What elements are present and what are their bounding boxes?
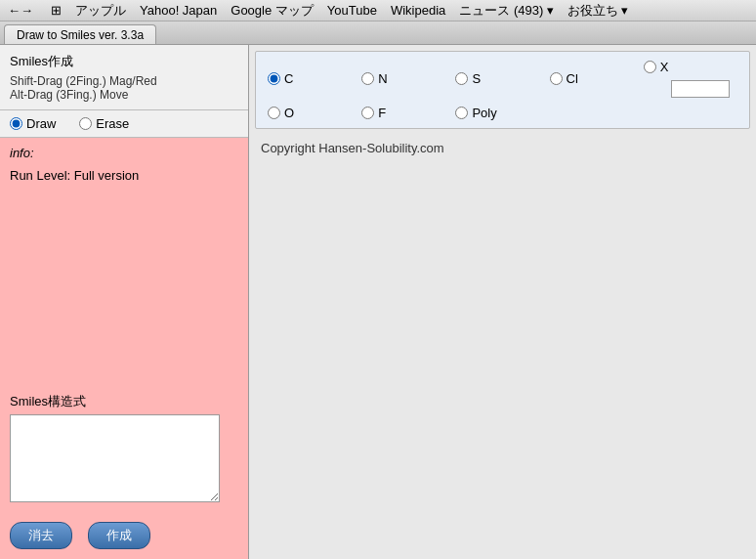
- instruction-line-2: Alt-Drag (3Fing.) Move: [10, 88, 238, 102]
- element-poly-radio[interactable]: [455, 107, 468, 119]
- wikipedia-menu-item[interactable]: Wikipedia: [391, 3, 445, 18]
- clear-button[interactable]: 消去: [10, 522, 72, 549]
- news-menu-item[interactable]: ニュース (493) ▾: [459, 2, 554, 20]
- custom-input-cell: [644, 80, 737, 98]
- smiles-section: Smiles構造式: [0, 385, 248, 512]
- element-n-option[interactable]: N: [361, 60, 455, 98]
- grid-icon[interactable]: ⊞: [51, 3, 62, 18]
- instructions-area: Smiles作成 Shift-Drag (2Fing.) Mag/Red Alt…: [0, 45, 248, 110]
- tabbar: Draw to Smiles ver. 3.3a: [0, 22, 756, 45]
- yahoo-menu-item[interactable]: Yahoo! Japan: [140, 3, 217, 18]
- google-maps-menu-item[interactable]: Google マップ: [231, 2, 314, 20]
- element-o-radio[interactable]: [268, 107, 280, 119]
- button-row: 消去 作成: [0, 522, 248, 559]
- element-c-radio[interactable]: [268, 72, 280, 85]
- element-f-radio[interactable]: [361, 107, 374, 119]
- empty-cell-1: [550, 106, 644, 120]
- erase-radio[interactable]: [79, 117, 92, 130]
- main-tab[interactable]: Draw to Smiles ver. 3.3a: [4, 24, 156, 44]
- menubar: ←→ ⊞ アップル Yahoo! Japan Google マップ YouTub…: [0, 0, 756, 22]
- custom-element-input[interactable]: [671, 80, 730, 98]
- drawing-canvas[interactable]: [249, 161, 756, 559]
- element-cl-option[interactable]: Cl: [550, 60, 644, 98]
- instruction-line-1: Shift-Drag (2Fing.) Mag/Red: [10, 74, 238, 88]
- element-o-option[interactable]: O: [268, 106, 361, 120]
- smiles-textarea[interactable]: [10, 414, 220, 502]
- element-x-option[interactable]: X: [644, 60, 737, 74]
- info-label: info:: [10, 146, 238, 160]
- draw-radio[interactable]: [10, 117, 22, 130]
- nav-arrows[interactable]: ←→: [8, 3, 33, 18]
- element-c-option[interactable]: C: [268, 60, 361, 98]
- left-panel: Smiles作成 Shift-Drag (2Fing.) Mag/Red Alt…: [0, 45, 249, 559]
- instructions-title: Smiles作成: [10, 53, 238, 70]
- youtube-menu-item[interactable]: YouTube: [327, 3, 377, 18]
- run-level: Run Level: Full version: [10, 168, 238, 183]
- element-s-option[interactable]: S: [455, 60, 549, 98]
- useful-menu-item[interactable]: お役立ち ▾: [567, 2, 629, 20]
- create-button[interactable]: 作成: [88, 522, 150, 549]
- element-grid: C N S Cl X: [255, 51, 750, 129]
- element-f-option[interactable]: F: [361, 106, 455, 120]
- right-panel: C N S Cl X: [249, 45, 756, 559]
- element-x-radio[interactable]: [644, 61, 656, 73]
- element-s-radio[interactable]: [455, 72, 468, 85]
- draw-erase-area: Draw Erase: [0, 110, 248, 138]
- apple-menu-item[interactable]: アップル: [75, 2, 126, 20]
- main-container: Smiles作成 Shift-Drag (2Fing.) Mag/Red Alt…: [0, 45, 756, 559]
- copyright-text: Copyright Hansen-Solubility.com: [249, 135, 756, 161]
- element-x-and-custom: X: [644, 60, 737, 98]
- element-cl-radio[interactable]: [550, 72, 563, 85]
- smiles-label: Smiles構造式: [10, 393, 238, 410]
- draw-option[interactable]: Draw: [10, 116, 56, 131]
- erase-option[interactable]: Erase: [79, 116, 129, 131]
- empty-cell-2: [644, 106, 737, 120]
- element-poly-option[interactable]: Poly: [455, 106, 549, 120]
- info-area: info: Run Level: Full version: [0, 138, 248, 385]
- element-n-radio[interactable]: [361, 72, 374, 85]
